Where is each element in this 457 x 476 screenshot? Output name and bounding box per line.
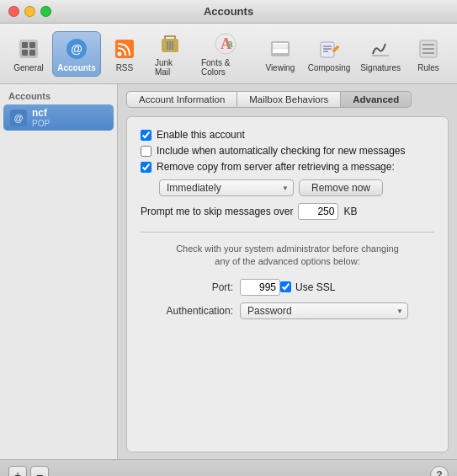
account-icon: @ bbox=[10, 110, 27, 126]
svg-rect-2 bbox=[29, 42, 35, 48]
window-controls[interactable] bbox=[8, 6, 51, 17]
remove-icon: − bbox=[36, 468, 43, 477]
ssl-row: Use SSL bbox=[280, 281, 335, 293]
remove-copy-label[interactable]: Remove copy from server after retrieving… bbox=[157, 161, 395, 173]
svg-text:a: a bbox=[227, 38, 233, 50]
rules-icon bbox=[415, 35, 442, 62]
auth-select[interactable]: Password MD5 Challenge-Response NTLM Ker… bbox=[240, 302, 408, 319]
maximize-button[interactable] bbox=[40, 6, 51, 17]
svg-point-8 bbox=[117, 51, 121, 56]
svg-rect-4 bbox=[29, 50, 35, 56]
junk-icon bbox=[157, 30, 183, 57]
prompt-suffix: KB bbox=[343, 206, 357, 217]
add-account-button[interactable]: + bbox=[8, 466, 27, 477]
bottom-bar: + − ? bbox=[0, 459, 457, 476]
tab-mailbox-behaviors[interactable]: Mailbox Behaviors bbox=[237, 91, 341, 108]
tab-account-information[interactable]: Account Information bbox=[126, 91, 237, 108]
rules-label: Rules bbox=[417, 63, 439, 72]
minimize-button[interactable] bbox=[24, 6, 35, 17]
divider bbox=[141, 232, 434, 233]
sidebar-header: Accounts bbox=[0, 89, 117, 104]
svg-rect-20 bbox=[321, 42, 334, 57]
viewing-icon bbox=[267, 35, 294, 62]
port-input[interactable] bbox=[240, 279, 280, 296]
fonts-icon: A a bbox=[212, 30, 239, 57]
auth-label: Authentication: bbox=[141, 305, 233, 317]
main-layout: Accounts @ ncf POP Account Information M… bbox=[0, 84, 457, 459]
toolbar-item-general[interactable]: General bbox=[7, 32, 50, 76]
prompt-size-input[interactable] bbox=[298, 203, 338, 220]
fonts-label: Fonts & Colors bbox=[201, 58, 250, 77]
signatures-label: Signatures bbox=[360, 63, 401, 72]
admin-info: Check with your system administrator bef… bbox=[141, 243, 434, 269]
auth-select-wrapper: Password MD5 Challenge-Response NTLM Ker… bbox=[240, 302, 408, 319]
svg-text:@: @ bbox=[71, 42, 82, 56]
prompt-row: Prompt me to skip messages over KB bbox=[141, 203, 434, 220]
toolbar-item-accounts[interactable]: @ Accounts bbox=[52, 31, 101, 77]
help-button[interactable]: ? bbox=[430, 466, 449, 477]
help-icon: ? bbox=[436, 469, 442, 477]
bottom-buttons: + − bbox=[8, 466, 49, 477]
enable-section: Enable this account Include when automat… bbox=[141, 129, 434, 220]
enable-checkbox[interactable] bbox=[141, 130, 151, 141]
general-icon bbox=[15, 35, 42, 62]
account-text: ncf POP bbox=[32, 107, 50, 128]
enable-row: Enable this account bbox=[141, 129, 434, 141]
window-title: Accounts bbox=[204, 5, 253, 18]
immediately-select[interactable]: Immediately After one day After one week… bbox=[159, 179, 294, 196]
toolbar-item-viewing[interactable]: Viewing bbox=[258, 32, 302, 76]
include-label[interactable]: Include when automatically checking for … bbox=[157, 145, 406, 157]
svg-rect-3 bbox=[22, 50, 28, 56]
ssl-label[interactable]: Use SSL bbox=[295, 281, 335, 293]
general-label: General bbox=[13, 63, 44, 72]
sidebar: Accounts @ ncf POP bbox=[0, 84, 118, 459]
advanced-panel: Enable this account Include when automat… bbox=[126, 116, 449, 452]
account-type: POP bbox=[32, 119, 50, 128]
toolbar-item-rules[interactable]: Rules bbox=[407, 32, 450, 76]
port-row: Port: Use SSL bbox=[141, 279, 434, 296]
ssl-checkbox[interactable] bbox=[280, 281, 291, 292]
content-area: Account Information Mailbox Behaviors Ad… bbox=[118, 84, 457, 459]
enable-label[interactable]: Enable this account bbox=[157, 129, 245, 141]
rss-label: RSS bbox=[116, 63, 134, 72]
svg-rect-1 bbox=[22, 42, 28, 48]
close-button[interactable] bbox=[8, 6, 19, 17]
remove-copy-checkbox[interactable] bbox=[141, 162, 151, 173]
composing-label: Composing bbox=[308, 63, 351, 72]
add-icon: + bbox=[14, 468, 21, 477]
remove-control-row: Immediately After one day After one week… bbox=[141, 179, 434, 196]
tab-bar: Account Information Mailbox Behaviors Ad… bbox=[126, 91, 449, 108]
remove-now-button[interactable]: Remove now bbox=[299, 179, 383, 196]
rss-icon bbox=[111, 35, 138, 62]
junk-label: Junk Mail bbox=[155, 58, 186, 77]
remove-account-button[interactable]: − bbox=[30, 466, 49, 477]
account-name: ncf bbox=[32, 107, 50, 119]
accounts-icon: @ bbox=[63, 35, 90, 62]
tab-advanced[interactable]: Advanced bbox=[341, 91, 412, 108]
toolbar-item-junk[interactable]: Junk Mail bbox=[148, 27, 193, 80]
composing-icon bbox=[316, 35, 343, 62]
accounts-label: Accounts bbox=[57, 63, 96, 72]
signatures-icon bbox=[367, 35, 394, 62]
prompt-prefix: Prompt me to skip messages over bbox=[141, 206, 293, 217]
auth-row: Authentication: Password MD5 Challenge-R… bbox=[141, 302, 434, 319]
include-row: Include when automatically checking for … bbox=[141, 145, 434, 157]
title-bar: Accounts bbox=[0, 0, 457, 24]
toolbar-item-fonts[interactable]: A a Fonts & Colors bbox=[194, 27, 257, 80]
remove-copy-row: Remove copy from server after retrieving… bbox=[141, 161, 434, 173]
admin-section: Check with your system administrator bef… bbox=[141, 243, 434, 319]
toolbar-item-signatures[interactable]: Signatures bbox=[356, 32, 405, 76]
toolbar: General @ Accounts RSS bbox=[0, 24, 457, 84]
include-checkbox[interactable] bbox=[141, 146, 151, 157]
viewing-label: Viewing bbox=[265, 63, 295, 72]
toolbar-item-rss[interactable]: RSS bbox=[103, 32, 146, 76]
port-label: Port: bbox=[141, 281, 233, 293]
toolbar-item-composing[interactable]: Composing bbox=[304, 32, 354, 76]
sidebar-item-ncf[interactable]: @ ncf POP bbox=[3, 104, 114, 131]
immediately-select-wrapper: Immediately After one day After one week… bbox=[159, 179, 294, 196]
